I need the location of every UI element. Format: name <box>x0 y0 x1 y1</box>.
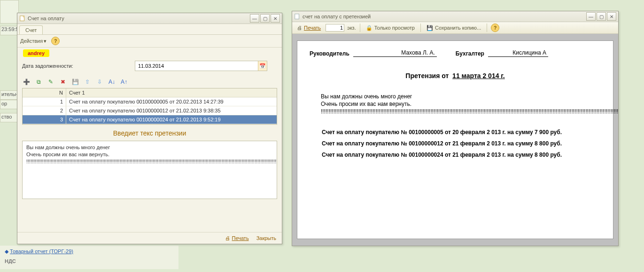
head-name: Махова Л. А. <box>353 49 437 57</box>
preview-toolbar: 🖨 Печать экз. 🔒 Только просмотр 💾 Сохран… <box>292 22 618 34</box>
copy-icon[interactable]: ⧉ <box>34 78 43 86</box>
table-row[interactable]: 3 Счет на оплату покупателю 00100000024 … <box>23 115 277 124</box>
window-title: счет на оплату с претензией <box>303 14 371 19</box>
invoice-line: Счет на оплату покупателю № 00100000024 … <box>322 152 601 158</box>
debt-date-field[interactable] <box>135 62 258 70</box>
save-copy-button[interactable]: 💾 Сохранить копию... <box>425 24 483 32</box>
role-acc-label: Бухгалтер <box>456 50 484 57</box>
document-page: Руководитель Махова Л. А. Бухгалтер Кисл… <box>297 40 613 239</box>
doc-icon <box>19 15 26 22</box>
minimize-button[interactable]: — <box>250 14 259 23</box>
claim-title: Претензия от 11 марта 2 014 г. <box>310 72 601 80</box>
bg-bottom-panel: ◆ Товарный отчет (ТОРГ-29) НДС <box>0 246 178 269</box>
floppy-icon: 💾 <box>427 25 433 31</box>
claim-section-title: Введиет текс претензии <box>17 125 282 141</box>
invoice-form-window: Счет на оплату — ▢ ✕ Счет Действия ▾ ? a… <box>17 13 282 244</box>
svg-rect-1 <box>295 14 299 19</box>
close-button[interactable]: ✕ <box>607 12 616 21</box>
claim-body-text: Вы нам должны очень много денегОчень про… <box>321 93 601 116</box>
edit-icon[interactable]: ✎ <box>47 78 55 86</box>
move-up-icon[interactable]: ⇧ <box>83 78 92 86</box>
printer-icon: 🖨 <box>297 25 302 31</box>
view-only-button[interactable]: 🔒 Только просмотр <box>364 24 417 32</box>
doc-icon <box>294 13 301 20</box>
help-icon[interactable]: ? <box>491 24 499 32</box>
print-button[interactable]: 🖨 Печать <box>295 24 323 32</box>
table-row[interactable]: 1 Счет на оплату покупателю 00100000005 … <box>23 97 277 106</box>
help-icon[interactable]: ? <box>51 37 60 45</box>
window-title: Счет на оплату <box>28 16 64 21</box>
debt-date-label: Дата задолженности: <box>22 63 135 69</box>
lock-icon: 🔒 <box>366 25 372 31</box>
invoice-line: Счет на оплату покупателю № 00100000012 … <box>322 140 601 147</box>
invoice-grid: N Счет 1 1 Счет на оплату покупателю 001… <box>22 88 277 125</box>
col-header-invoice[interactable]: Счет 1 <box>66 88 277 97</box>
role-head-label: Руководитель <box>310 50 349 57</box>
invoice-line: Счет на оплату покупателю № 00100000005 … <box>322 129 601 136</box>
document-canvas[interactable]: Руководитель Махова Л. А. Бухгалтер Кисл… <box>292 34 618 246</box>
printer-icon: 🖨 <box>225 235 230 241</box>
close-button-footer[interactable]: Закрыть <box>256 235 276 241</box>
copies-input[interactable] <box>326 24 344 32</box>
nds-label: НДС <box>0 257 178 265</box>
print-button[interactable]: 🖨 Печать <box>225 235 249 241</box>
titlebar-left[interactable]: Счет на оплату — ▢ ✕ <box>17 13 282 24</box>
sort-asc-icon[interactable]: A↓ <box>108 78 116 86</box>
close-button[interactable]: ✕ <box>271 14 280 23</box>
save-icon[interactable]: 💾 <box>71 78 79 86</box>
claim-textarea[interactable]: Вы нам должны очень много денегОчень про… <box>22 141 277 199</box>
col-header-n[interactable]: N <box>23 88 66 97</box>
chevron-down-icon: ▾ <box>44 38 47 44</box>
tab-invoice[interactable]: Счет <box>19 25 43 34</box>
calendar-icon[interactable]: 📅 <box>258 61 267 71</box>
delete-icon[interactable]: ✖ <box>59 78 67 86</box>
torg-report-link[interactable]: Товарный отчет (ТОРГ-29) <box>10 248 73 254</box>
maximize-button[interactable]: ▢ <box>260 14 270 23</box>
print-preview-window: счет на оплату с претензией — ▢ ✕ 🖨 Печа… <box>292 11 619 246</box>
sort-desc-icon[interactable]: A↑ <box>120 78 128 86</box>
add-icon[interactable]: ➕ <box>22 78 31 86</box>
minimize-button[interactable]: — <box>586 12 596 21</box>
move-down-icon[interactable]: ⇩ <box>95 78 104 86</box>
acc-name: Кислицина А <box>488 49 548 57</box>
actions-menu[interactable]: Действия ▾ <box>20 38 47 44</box>
grid-toolbar: ➕ ⧉ ✎ ✖ 💾 ⇧ ⇩ A↓ A↑ <box>17 76 282 88</box>
user-tag: andrey <box>23 49 49 57</box>
table-row[interactable]: 2 Счет на оплату покупателю 00100000012 … <box>23 106 277 115</box>
titlebar-right[interactable]: счет на оплату с претензией — ▢ ✕ <box>292 11 618 22</box>
copies-suffix: экз. <box>347 25 356 31</box>
bg-toolbar-frag <box>0 0 19 24</box>
debt-date-input[interactable]: 📅 <box>135 61 267 71</box>
maximize-button[interactable]: ▢ <box>597 12 606 21</box>
